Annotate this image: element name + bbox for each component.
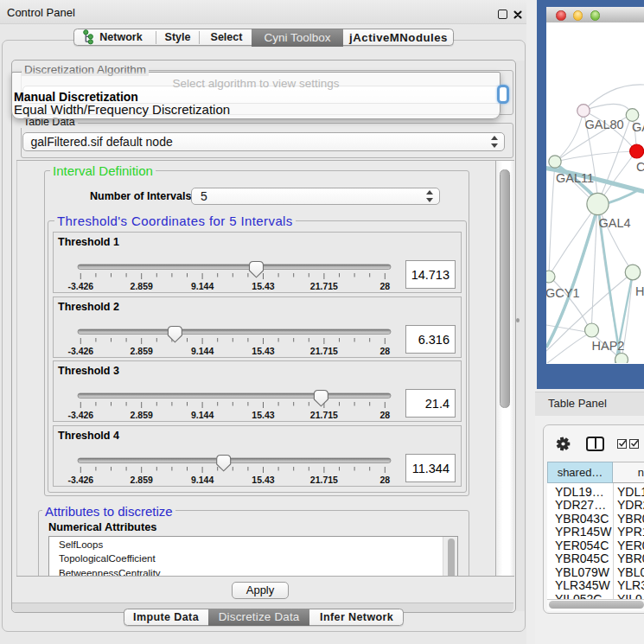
svg-text:-3.426: -3.426 — [67, 474, 93, 484]
svg-text:28: 28 — [379, 410, 390, 420]
svg-text:GAL11: GAL11 — [556, 171, 594, 185]
svg-text:2.859: 2.859 — [131, 345, 153, 355]
svg-text:H: H — [635, 284, 644, 298]
svg-text:C: C — [636, 160, 644, 174]
svg-text:15.43: 15.43 — [252, 474, 274, 484]
svg-text:21.715: 21.715 — [310, 345, 338, 355]
svg-text:GAL80: GAL80 — [585, 118, 624, 131]
svg-text:2.859: 2.859 — [131, 474, 153, 484]
svg-text:HAP2: HAP2 — [592, 339, 625, 353]
svg-text:GAL4: GAL4 — [599, 216, 631, 230]
svg-text:9.144: 9.144 — [191, 281, 214, 291]
svg-text:28: 28 — [379, 345, 390, 355]
svg-text:2.859: 2.859 — [131, 281, 153, 291]
svg-text:21.715: 21.715 — [310, 410, 338, 420]
svg-text:9.144: 9.144 — [191, 474, 214, 484]
svg-text:-3.426: -3.426 — [67, 281, 93, 291]
svg-text:9.144: 9.144 — [191, 410, 214, 420]
svg-text:15.43: 15.43 — [252, 410, 274, 420]
svg-text:28: 28 — [379, 474, 390, 484]
svg-text:9.144: 9.144 — [191, 345, 214, 355]
svg-text:-3.426: -3.426 — [67, 345, 93, 355]
svg-text:28: 28 — [379, 281, 390, 291]
svg-text:-3.426: -3.426 — [67, 410, 93, 420]
svg-text:2.859: 2.859 — [131, 410, 153, 420]
svg-text:15.43: 15.43 — [252, 281, 274, 291]
svg-text:15.43: 15.43 — [252, 345, 274, 355]
svg-text:GA: GA — [632, 120, 644, 134]
svg-text:GCY1: GCY1 — [546, 286, 580, 300]
svg-text:21.715: 21.715 — [310, 281, 338, 291]
svg-text:21.715: 21.715 — [310, 474, 338, 484]
